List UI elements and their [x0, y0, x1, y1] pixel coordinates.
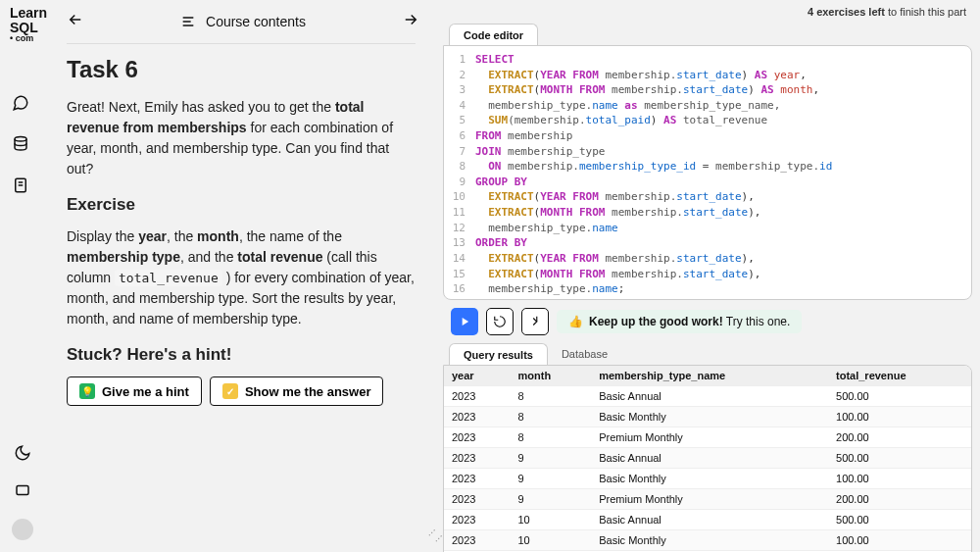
hint-button-label: Give me a hint — [102, 384, 189, 399]
check-icon: ✓ — [222, 383, 238, 399]
chat-icon[interactable] — [12, 94, 29, 112]
svg-rect-2 — [17, 486, 28, 495]
table-row: 20239Basic Monthly100.00 — [444, 469, 971, 489]
run-button[interactable] — [451, 308, 478, 335]
results-table: yearmonthmembership_type_nametotal_reven… — [444, 366, 971, 552]
progress-bar: 4 exercises left to finish this part — [443, 0, 980, 24]
table-row: 202310Basic Annual500.00 — [444, 510, 971, 530]
table-row: 202310Basic Monthly100.00 — [444, 530, 971, 551]
list-icon — [180, 14, 196, 29]
table-row: 20238Premium Monthly200.00 — [444, 427, 971, 448]
answer-button[interactable]: ✓ Show me the answer — [210, 376, 384, 406]
keyboard-icon[interactable] — [14, 481, 31, 499]
share-button[interactable] — [521, 308, 549, 335]
theme-icon[interactable] — [14, 444, 31, 462]
stuck-heading: Stuck? Here's a hint! — [67, 345, 416, 365]
exercise-text: Display the year, the month, the name of… — [67, 226, 416, 329]
code-editor[interactable]: 1SELECT2 EXTRACT(YEAR FROM membership.st… — [443, 45, 972, 300]
avatar[interactable] — [12, 519, 33, 540]
right-panel: 4 exercises left to finish this part Cod… — [443, 0, 980, 552]
task-title: Task 6 — [67, 56, 416, 83]
column-header: month — [511, 366, 592, 386]
answer-button-label: Show me the answer — [245, 384, 371, 399]
table-row: 20239Basic Annual500.00 — [444, 448, 971, 469]
reset-button[interactable] — [486, 308, 514, 335]
side-rail — [0, 0, 45, 552]
svg-point-0 — [15, 137, 26, 142]
course-contents-label: Course contents — [206, 14, 306, 29]
table-row: 20238Basic Monthly100.00 — [444, 407, 971, 427]
tab-query-results[interactable]: Query results — [449, 343, 548, 365]
table-row: 20239Premium Monthly200.00 — [444, 489, 971, 510]
prev-button[interactable] — [67, 11, 84, 32]
database-icon[interactable] — [12, 135, 29, 153]
hint-button[interactable]: 💡 Give me a hint — [67, 376, 202, 406]
feedback-banner: 👍 Keep up the good work! Try this one. — [557, 310, 802, 333]
lightbulb-icon: 💡 — [79, 383, 95, 399]
tab-code-editor[interactable]: Code editor — [449, 24, 538, 45]
exercise-heading: Exercise — [67, 195, 416, 215]
next-button[interactable] — [402, 11, 419, 32]
task-intro: Great! Next, Emily has asked you to get … — [67, 97, 416, 179]
notes-icon[interactable] — [12, 176, 29, 194]
thumbs-up-icon: 👍 — [568, 315, 583, 328]
results-panel: yearmonthmembership_type_nametotal_reven… — [443, 365, 972, 552]
column-header: total_revenue — [828, 366, 971, 386]
course-contents-button[interactable]: Course contents — [180, 14, 306, 29]
column-header: membership_type_name — [591, 366, 828, 386]
task-panel: Course contents Task 6 Great! Next, Emil… — [45, 0, 437, 552]
table-row: 20238Basic Annual500.00 — [444, 386, 971, 407]
column-header: year — [444, 366, 511, 386]
tab-database[interactable]: Database — [548, 343, 621, 365]
